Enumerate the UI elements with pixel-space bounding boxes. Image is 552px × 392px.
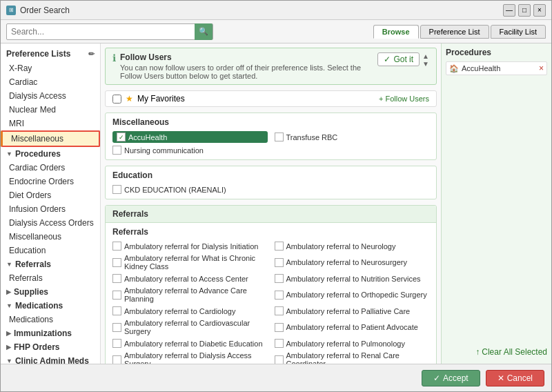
tab-facility-list[interactable]: Facility List [491,25,546,39]
sidebar-item-misc2[interactable]: Miscellaneous [1,230,100,244]
accept-button[interactable]: ✓ Accept [422,370,480,386]
clear-all-button[interactable]: ↑ Clear All Selected [446,347,547,357]
ref-cb-3[interactable] [275,258,284,267]
tab-preference-list[interactable]: Preference List [420,25,489,39]
referrals-grid: Ambulatory referral for Dialysis Initiat… [112,241,429,364]
ckd-checkbox[interactable] [112,185,121,194]
follow-users-button[interactable]: + Follow Users [379,95,429,103]
sidebar-item-referrals[interactable]: Referrals [1,271,100,285]
star-icon: ★ [126,94,133,104]
sidebar-section-referrals[interactable]: ▼ Referrals [1,257,100,271]
transfuse-checkbox[interactable] [275,133,284,141]
accuhealth-checkbox[interactable]: ✓ [117,133,126,141]
immunizations-section-label: Immunizations [14,329,72,338]
ref-cb-9[interactable] [275,306,284,315]
referral-item-9[interactable]: Ambulatory referral to Palliative Care [275,306,430,316]
clear-all-label: Clear All Selected [482,347,547,357]
accept-check-icon: ✓ [433,373,440,383]
got-it-button[interactable]: ✓ Got it [377,52,420,66]
preference-lists-label: Preference Lists [6,49,70,59]
education-title: Education [112,170,429,180]
ref-lbl-8: Ambulatory referral to Cardiology [124,307,235,315]
ref-cb-1[interactable] [275,242,284,251]
referral-item-15[interactable]: Ambulatory referral to Renal Care Coordi… [275,351,430,364]
ref-cb-11[interactable] [275,323,284,332]
cancel-button[interactable]: ✕ Cancel [486,370,544,386]
sidebar-item-dialysis-access[interactable]: Dialysis Access [1,89,100,103]
ref-cb-5[interactable] [275,274,284,283]
ref-cb-7[interactable] [275,291,284,300]
sidebar-section-fhp-orders[interactable]: ▶ FHP Orders [1,340,100,354]
window-title: Order Search [20,6,70,15]
sidebar-item-infusion-orders[interactable]: Infusion Orders [1,202,100,216]
sidebar-item-miscellaneous[interactable]: Miscellaneous [1,130,100,147]
misc-item-nursing[interactable]: Nursing communication [112,145,268,155]
referral-item-3[interactable]: Ambulatory referral to Neurosurgery [275,253,430,271]
sidebar-item-nuclear-med[interactable]: Nuclear Med [1,103,100,117]
procedures-arrow: ▼ [6,150,12,157]
sidebar-item-xray[interactable]: X-Ray [1,61,100,75]
sidebar-section-medications[interactable]: ▼ Medications [1,299,100,313]
ref-cb-8[interactable] [112,306,121,315]
sidebar-section-immunizations[interactable]: ▶ Immunizations [1,326,100,340]
referral-item-7[interactable]: Ambulatory referral to Orthopedic Surger… [275,286,430,304]
scroll-up-arrow[interactable]: ▲ [422,52,429,60]
sidebar-item-endocrine-orders[interactable]: Endocrine Orders [1,175,100,188]
misc-item-accuhealth[interactable]: ✓ AccuHealth [112,131,268,143]
ref-cb-4[interactable] [112,274,121,283]
referral-item-11[interactable]: Ambulatory referral to Patient Advocate [275,318,430,336]
minimize-button[interactable]: — [503,4,515,17]
education-item-ckd[interactable]: CKD EDUCATION (RAENALI) [112,184,429,195]
ref-cb-2[interactable] [112,258,121,267]
ref-cb-12[interactable] [112,339,121,348]
ref-cb-6[interactable] [112,291,121,300]
referral-item-5[interactable]: Ambulatory referral to Nutrition Service… [275,273,430,284]
search-input[interactable] [7,26,195,38]
nursing-label: Nursing communication [124,146,204,155]
referral-item-1[interactable]: Ambulatory referral to Neurology [275,241,430,251]
misc-item-transfuse[interactable]: Transfuse RBC [275,131,430,143]
close-button[interactable]: × [533,4,546,17]
ref-cb-0[interactable] [112,242,121,251]
scroll-down-arrow[interactable]: ▼ [422,60,429,68]
sidebar-item-mri[interactable]: MRI [1,117,100,130]
sidebar-item-dialysis-access-orders[interactable]: Dialysis Access Orders [1,216,100,230]
sidebar-item-diet-orders[interactable]: Diet Orders [1,188,100,202]
sidebar-section-clinic-admin-meds[interactable]: ▼ Clinic Admin Meds [1,354,100,364]
sidebar-item-education[interactable]: Education [1,244,100,257]
nursing-checkbox[interactable] [112,146,121,155]
sidebar-section-supplies[interactable]: ▶ Supplies [1,285,100,299]
procedure-item-left: 🏠 AccuHealth [449,64,500,73]
ref-lbl-13: Ambulatory referral to Pulmonology [286,340,405,348]
sidebar-section-procedures[interactable]: ▼ Procedures [1,147,100,161]
my-favorites-checkbox[interactable] [112,95,121,104]
referral-item-12[interactable]: Ambulatory referral to Diabetic Educatio… [112,338,268,349]
referral-item-0[interactable]: Ambulatory referral for Dialysis Initiat… [112,241,268,251]
sidebar-item-cardiac[interactable]: Cardiac [1,75,100,89]
maximize-button[interactable]: □ [518,4,531,17]
ref-lbl-9: Ambulatory referral to Palliative Care [286,307,411,315]
tab-browse[interactable]: Browse [373,25,419,39]
medications-arrow: ▼ [6,302,12,309]
referral-item-13[interactable]: Ambulatory referral to Pulmonology [275,338,430,349]
referral-item-14[interactable]: Ambulatory referral to Dialysis Access S… [112,351,268,364]
procedure-item-accuhealth: 🏠 AccuHealth × [446,61,547,75]
procedure-remove-button[interactable]: × [539,63,544,73]
edit-icon[interactable]: ✏ [88,50,95,59]
referral-item-6[interactable]: Ambulatory referral to Advance Care Plan… [112,286,268,304]
referral-item-2[interactable]: Ambulatory referral for What is Chronic … [112,253,268,271]
ref-cb-15[interactable] [275,355,284,364]
sidebar-item-cardiac-orders[interactable]: Cardiac Orders [1,161,100,175]
ref-cb-10[interactable] [112,323,121,332]
transfuse-label: Transfuse RBC [286,133,338,141]
referral-item-10[interactable]: Ambulatory referral to Cardiovascular Su… [112,318,268,336]
order-search-window: ⊞ Order Search — □ × 🔍 Browse Preference… [0,0,552,392]
referral-item-8[interactable]: Ambulatory referral to Cardiology [112,306,268,316]
medications-section-label: Medications [15,301,63,311]
ref-lbl-6: Ambulatory referral to Advance Care Plan… [124,286,268,303]
search-button[interactable]: 🔍 [195,23,213,40]
sidebar-item-medications[interactable]: Medications [1,313,100,326]
referral-item-4[interactable]: Ambulatory referral to Access Center [112,273,268,284]
ref-cb-14[interactable] [112,355,121,364]
ref-cb-13[interactable] [275,339,284,348]
